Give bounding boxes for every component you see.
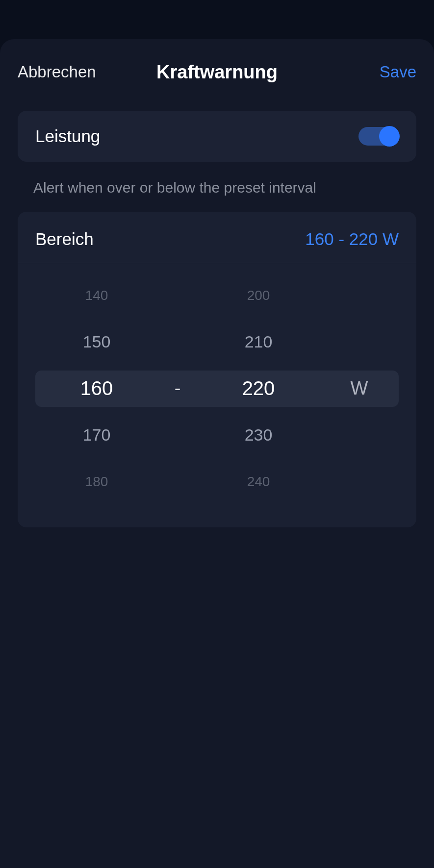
range-label: Bereich — [35, 229, 94, 249]
picker-row[interactable]: 140 200 — [35, 272, 399, 319]
range-separator: - — [158, 378, 197, 399]
min-option[interactable]: 170 — [35, 425, 158, 445]
range-card: Bereich 160 - 220 W 140 200 150 210 — [18, 212, 416, 527]
hint-text: Alert when over or below the preset inte… — [0, 162, 434, 212]
power-toggle-label: Leistung — [35, 126, 100, 146]
min-option[interactable]: 180 — [35, 474, 158, 490]
min-selected[interactable]: 160 — [35, 377, 158, 399]
max-option[interactable]: 230 — [197, 425, 320, 445]
picker-row[interactable]: 150 210 — [35, 319, 399, 365]
max-option[interactable]: 200 — [197, 288, 320, 303]
max-option[interactable]: 240 — [197, 474, 320, 490]
range-picker: 140 200 150 210 160 - 220 W — [18, 263, 416, 514]
settings-modal: Abbrechen Kraftwarnung Save Leistung Ale… — [0, 39, 434, 868]
range-value: 160 - 220 W — [305, 229, 399, 249]
picker-row[interactable]: 170 230 — [35, 412, 399, 458]
picker-row[interactable]: 180 240 — [35, 458, 399, 505]
power-toggle-switch[interactable] — [358, 127, 399, 146]
toggle-knob — [379, 126, 400, 147]
range-header: Bereich 160 - 220 W — [18, 229, 416, 263]
min-option[interactable]: 150 — [35, 332, 158, 351]
max-option[interactable]: 210 — [197, 332, 320, 351]
picker-row-selected[interactable]: 160 - 220 W — [35, 365, 399, 412]
max-selected[interactable]: 220 — [197, 377, 320, 399]
modal-title: Kraftwarnung — [156, 62, 278, 83]
min-option[interactable]: 140 — [35, 288, 158, 303]
power-toggle-card: Leistung — [18, 111, 416, 162]
cancel-button[interactable]: Abbrechen — [18, 63, 96, 81]
range-unit: W — [320, 378, 399, 399]
save-button[interactable]: Save — [380, 63, 416, 81]
modal-header: Abbrechen Kraftwarnung Save — [0, 39, 434, 111]
